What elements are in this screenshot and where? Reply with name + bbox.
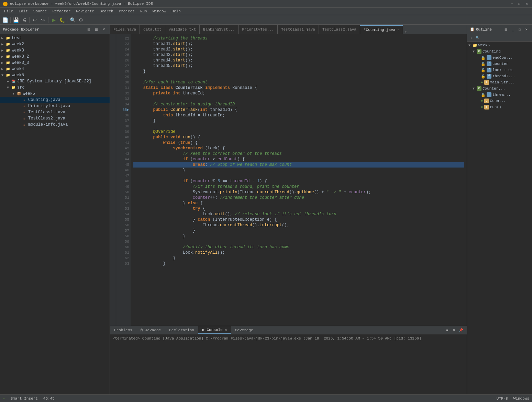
tree-label: week5: [12, 73, 24, 78]
console-line: <terminated> Counting [Java Application]…: [113, 336, 464, 341]
outline-item-week5[interactable]: ▼ 📁 week5: [467, 42, 532, 48]
tab-label: data.txt: [143, 27, 162, 32]
pin-button[interactable]: 📌: [458, 327, 464, 333]
tab-javadoc[interactable]: @ Javadoc: [136, 327, 165, 334]
toolbar-run[interactable]: ▶: [50, 16, 57, 24]
tree-item-prioritytest[interactable]: ☕ PriorityTest.java: [0, 103, 110, 109]
menu-source[interactable]: Source: [31, 9, 50, 14]
menu-search[interactable]: Search: [97, 9, 116, 14]
tab-coverage[interactable]: Coverage: [231, 327, 257, 334]
tree-item-test[interactable]: ▶ 📁 test: [0, 35, 110, 41]
menu-help[interactable]: Help: [169, 9, 183, 14]
tab-counting[interactable]: *Counting.java ✕: [360, 25, 403, 34]
outline-max[interactable]: □: [517, 27, 522, 32]
close-button[interactable]: ✕: [524, 1, 529, 6]
tree-item-jre[interactable]: ▶ 📚 JRE System Library [JavaSE-22]: [0, 78, 110, 84]
menu-edit[interactable]: Edit: [16, 9, 30, 14]
tree-item-week5[interactable]: ▼ 📁 week5: [0, 72, 110, 78]
code-line: //if it's thread's round, print the coun…: [133, 184, 464, 189]
tree-label: week4: [12, 67, 24, 71]
tab-testclass1[interactable]: TestClass1.java: [278, 25, 319, 34]
outline-item-run[interactable]: ● m run(): [467, 104, 532, 110]
pe-toolbar: ⊟ ☰ ✕: [86, 26, 107, 33]
outline-min[interactable]: _: [510, 27, 516, 32]
tab-files-java[interactable]: Files.java: [110, 25, 140, 34]
method-icon: m: [484, 105, 489, 110]
outline-filter[interactable]: 🔍: [475, 35, 480, 41]
minimize-button[interactable]: ─: [509, 1, 514, 6]
outline-item-threadid[interactable]: 🔒 f threa...: [467, 92, 532, 98]
outline-item-lock[interactable]: 🔒 f lock : OL: [467, 67, 532, 73]
code-content[interactable]: //starting the threads thread1.start(); …: [131, 34, 467, 326]
tree-item-testclass2[interactable]: ☕ TestClass2.java: [0, 115, 110, 122]
outline-item-endcount[interactable]: 🔒 f endCou...: [467, 55, 532, 61]
menu-file[interactable]: File: [1, 9, 16, 14]
toolbar-settings[interactable]: ⚙: [77, 16, 85, 24]
editor-area: Files.java data.txt validate.txt Banking…: [110, 25, 467, 394]
toolbar-debug[interactable]: 🐛: [58, 16, 66, 24]
menu-run[interactable]: Run: [137, 9, 150, 14]
tab-banking[interactable]: BankingSyst...: [200, 25, 239, 34]
pe-collapse[interactable]: ⊟: [86, 26, 92, 33]
tab-testclass2[interactable]: TestClass2.java: [319, 25, 360, 34]
outline-item-counter-class[interactable]: ▼ C Counter...: [467, 85, 532, 92]
menu-project[interactable]: Project: [116, 9, 137, 14]
tab-label: PriorityTes...: [242, 27, 274, 32]
outline-sort[interactable]: ↕: [468, 35, 474, 41]
toolbar-save[interactable]: 💾: [12, 16, 20, 24]
tab-close-icon[interactable]: ✕: [225, 328, 227, 332]
folder-icon: 📁: [5, 48, 10, 53]
tab-console[interactable]: ▶ Console ✕: [198, 326, 231, 334]
outline-item-counter-field[interactable]: 🔒 f counter: [467, 61, 532, 67]
clear-button[interactable]: ✕: [451, 327, 457, 333]
toolbar-search[interactable]: 🔍: [69, 16, 76, 24]
arrow-icon: ▶: [1, 55, 5, 59]
tab-priority[interactable]: PriorityTes...: [239, 25, 277, 34]
tree-item-counting[interactable]: ☕ Counting.java: [0, 97, 110, 103]
pe-close[interactable]: ✕: [101, 26, 107, 33]
folder-icon: 📁: [5, 42, 10, 47]
restore-button[interactable]: ❐: [517, 1, 522, 6]
toolbar-undo[interactable]: ↩: [31, 16, 38, 24]
bottom-toolbar: ■ ✕ 📌: [441, 327, 467, 333]
menu-refactor[interactable]: Refactor: [49, 9, 73, 14]
tree-item-src[interactable]: ▼ 📁 src: [0, 84, 110, 91]
tab-close-icon[interactable]: ✕: [397, 28, 399, 32]
tab-declaration[interactable]: Declaration: [165, 327, 198, 334]
outline-close[interactable]: ✕: [524, 27, 529, 32]
tab-overflow[interactable]: »: [403, 30, 408, 34]
tree-item-week2[interactable]: ▶ 📁 week2: [0, 41, 110, 47]
tree-item-testclass1[interactable]: ☕ TestClass1.java: [0, 109, 110, 115]
package-explorer-content: ▶ 📁 test ▶ 📁 week2 ▶ 📁 week3 ▶ 📁 week3_2: [0, 34, 110, 394]
toolbar-redo[interactable]: ↪: [39, 16, 47, 24]
menu-window[interactable]: Window: [150, 9, 169, 14]
stop-button[interactable]: ■: [444, 327, 450, 333]
toolbar-print[interactable]: 🖨: [20, 16, 28, 24]
expand-icon: ▼: [468, 44, 473, 47]
code-line: static class CounterTask implements Runn…: [133, 85, 464, 91]
tree-item-week3-2[interactable]: ▶ 📁 week3_2: [0, 54, 110, 60]
status-encoding: UTF-8: [497, 397, 508, 401]
outline-item-constructor[interactable]: ● c Coun...: [467, 98, 532, 104]
tab-data-txt[interactable]: data.txt: [140, 25, 165, 34]
tree-item-week3-3[interactable]: ▶ 📁 week3_3: [0, 60, 110, 66]
toolbar-new[interactable]: 📄: [1, 16, 9, 24]
package-explorer-header: Package Explorer ⊟ ☰ ✕: [0, 25, 110, 34]
java-file-icon: ☕: [22, 104, 27, 108]
toolbar-sep-2: [29, 17, 30, 23]
tree-item-week5-pkg[interactable]: ▼ 📦 week5: [0, 91, 110, 97]
outline-menu[interactable]: ☰: [503, 27, 509, 32]
tab-validate-txt[interactable]: validate.txt: [165, 25, 200, 34]
outline-item-main[interactable]: ● m main(Str...: [467, 79, 532, 85]
tree-item-moduleinfo[interactable]: ☕ module-info.java: [0, 122, 110, 128]
code-line: @Override: [133, 129, 464, 135]
menu-navigate[interactable]: Navigate: [73, 9, 97, 14]
code-line: } else {: [133, 200, 464, 206]
outline-item-counting-class[interactable]: ▼ C Counting: [467, 48, 532, 55]
tab-problems[interactable]: Problems: [110, 327, 136, 334]
outline-item-threadt[interactable]: 🔒 f threadT...: [467, 73, 532, 79]
code-line: Lock.notifyAll();: [133, 250, 464, 255]
tree-item-week3[interactable]: ▶ 📁 week3: [0, 47, 110, 54]
tree-item-week4[interactable]: ▶ 📁 week4: [0, 66, 110, 72]
pe-menu[interactable]: ☰: [93, 26, 99, 33]
